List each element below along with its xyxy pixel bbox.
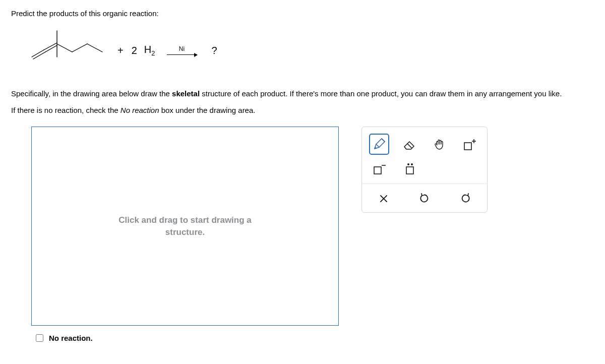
canvas-hint: Click and drag to start drawing a struct… xyxy=(118,214,252,238)
lone-pair-tool[interactable] xyxy=(400,158,421,179)
hydrogen-h: H xyxy=(144,44,151,55)
minus-charge-tool[interactable] xyxy=(369,158,390,179)
redo-button[interactable] xyxy=(452,190,478,207)
clear-button[interactable] xyxy=(371,190,397,207)
reactant-structure xyxy=(29,28,109,73)
instruction-line-2: If there is no reaction, check the No re… xyxy=(11,105,594,115)
toolbox xyxy=(361,127,488,213)
no-reaction-checkbox[interactable] xyxy=(36,334,43,342)
plus-charge-icon xyxy=(462,137,478,152)
drawing-canvas[interactable]: Click and drag to start drawing a struct… xyxy=(31,127,339,326)
svg-rect-9 xyxy=(464,143,471,150)
coefficient: 2 xyxy=(132,45,137,56)
undo-button[interactable] xyxy=(412,190,438,207)
svg-line-0 xyxy=(32,50,44,57)
instr2b: No reaction xyxy=(120,106,159,114)
reaction-arrow: Ni xyxy=(164,46,200,55)
catalyst-label: Ni xyxy=(164,45,200,52)
hand-icon xyxy=(432,137,447,152)
instr2a: If there is no reaction, check the xyxy=(11,106,120,114)
no-reaction-label: No reaction. xyxy=(49,334,93,342)
svg-rect-14 xyxy=(406,167,413,174)
plus-sign: + xyxy=(117,45,124,56)
product-placeholder: ? xyxy=(212,45,217,56)
redo-icon xyxy=(460,193,471,204)
minus-charge-icon xyxy=(372,161,388,176)
instruction-line-1: Specifically, in the drawing area below … xyxy=(11,88,594,99)
svg-line-1 xyxy=(33,52,45,59)
instr1c: structure of each product. If there's mo… xyxy=(200,89,562,98)
svg-rect-12 xyxy=(374,167,381,174)
hand-tool[interactable] xyxy=(430,134,450,155)
hydrogen-sub: 2 xyxy=(151,49,155,57)
reaction-equation: + 2 H2 Ni ? xyxy=(29,28,594,73)
instr1b: skeletal xyxy=(172,89,200,98)
instr1a: Specifically, in the drawing area below … xyxy=(11,89,172,98)
pencil-tool[interactable] xyxy=(369,134,389,155)
eraser-tool[interactable] xyxy=(399,134,419,155)
canvas-hint-l1: Click and drag to start drawing a xyxy=(118,214,252,226)
svg-line-6 xyxy=(57,44,72,52)
hydrogen-formula: H2 xyxy=(144,44,155,57)
question-title: Predict the products of this organic rea… xyxy=(11,9,594,18)
svg-point-16 xyxy=(411,163,413,165)
lone-pair-icon xyxy=(403,161,419,176)
canvas-hint-l2: structure. xyxy=(118,226,252,238)
eraser-icon xyxy=(402,137,417,152)
instr2c: box under the drawing area. xyxy=(159,106,256,114)
svg-line-8 xyxy=(87,44,102,52)
svg-line-7 xyxy=(72,44,87,52)
close-icon xyxy=(379,194,389,204)
no-reaction-row: No reaction. xyxy=(34,333,594,343)
pencil-icon xyxy=(372,137,387,152)
undo-icon xyxy=(419,193,430,204)
svg-point-15 xyxy=(407,163,409,165)
add-charge-tool[interactable] xyxy=(460,134,480,155)
